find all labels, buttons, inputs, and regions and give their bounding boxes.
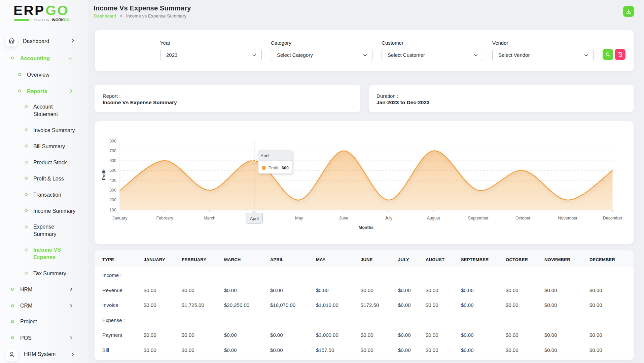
- svg-text:January: January: [112, 216, 128, 220]
- svg-text:June: June: [339, 216, 348, 220]
- svg-text:600: 600: [109, 158, 116, 163]
- svg-text:300: 300: [109, 188, 116, 193]
- svg-text:April: April: [261, 153, 270, 158]
- svg-text:September: September: [468, 216, 489, 220]
- svg-text:August: August: [427, 216, 440, 220]
- svg-text:Profit: Profit: [102, 169, 106, 180]
- svg-text:700: 700: [109, 149, 116, 153]
- svg-text:May: May: [295, 216, 303, 220]
- svg-text:100: 100: [109, 208, 116, 212]
- svg-text:November: November: [558, 216, 578, 220]
- svg-text:800: 800: [109, 139, 116, 144]
- svg-text:July: July: [385, 216, 393, 220]
- svg-text:February: February: [156, 216, 173, 220]
- svg-text:October: October: [515, 216, 530, 220]
- svg-text:Months: Months: [359, 225, 373, 230]
- svg-text:500: 500: [109, 168, 116, 173]
- svg-text:200: 200: [109, 198, 116, 202]
- svg-text:April: April: [250, 216, 259, 221]
- svg-text:Profit:: Profit:: [269, 166, 280, 170]
- svg-text:March: March: [204, 216, 215, 220]
- svg-text:400: 400: [109, 178, 116, 183]
- svg-text:600: 600: [282, 166, 289, 170]
- svg-text:December: December: [603, 216, 622, 220]
